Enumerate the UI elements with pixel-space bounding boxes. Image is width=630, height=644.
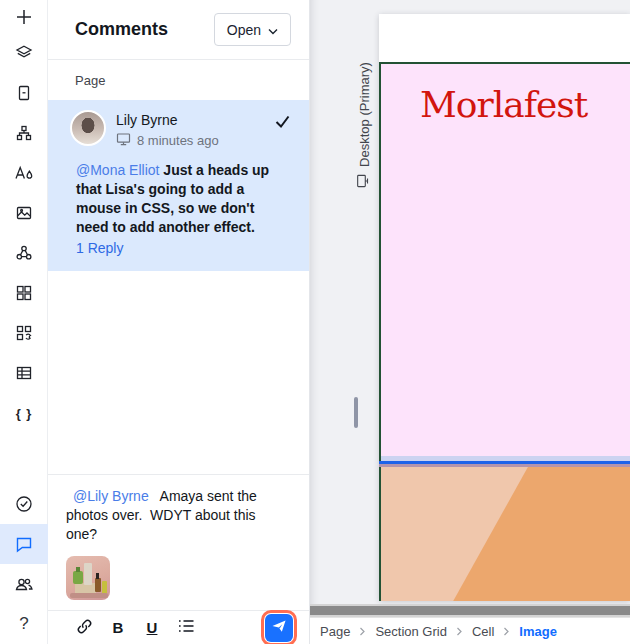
resolved-check-icon[interactable]: [274, 110, 291, 133]
molecule-icon: [14, 243, 34, 263]
link-icon: [75, 617, 94, 639]
thumb-tall-bottle: [84, 563, 92, 585]
sidebar-item-sitemap[interactable]: [0, 113, 48, 153]
reply-count-link[interactable]: 1 Reply: [76, 240, 123, 256]
attach-link-button[interactable]: [74, 618, 94, 638]
breadcrumb: Page Section Grid Cell Image: [310, 617, 630, 644]
comment-draft-area[interactable]: @Lily Byrne Amaya sent the photos over. …: [48, 474, 309, 610]
sidebar-item-media[interactable]: [0, 193, 48, 233]
underline-button[interactable]: U: [142, 618, 162, 638]
vertical-scroll-handle[interactable]: [354, 397, 358, 428]
breadcrumb-item-image[interactable]: Image: [519, 624, 557, 639]
thumb-dropper-cap: [96, 573, 99, 579]
image-icon: [14, 203, 34, 223]
page-icon: [14, 83, 34, 103]
sitemap-icon: [14, 123, 34, 143]
thumb-green-bottle: [73, 571, 83, 584]
desktop-frame-icon: [356, 174, 372, 188]
question-mark-icon: ?: [19, 614, 28, 634]
table-icon: [14, 363, 34, 383]
panel-title: Comments: [75, 19, 168, 40]
sidebar-item-pages[interactable]: [0, 73, 48, 113]
sidebar-item-team[interactable]: [0, 564, 48, 604]
draft-mention-link[interactable]: @Lily Byrne: [73, 488, 149, 504]
bullet-list-icon: [177, 618, 196, 637]
breakpoint-label-text: Desktop (Primary): [357, 62, 372, 167]
comments-section-row: Page: [48, 60, 309, 100]
comment-thread-item[interactable]: Lily Byrne 8 minutes ago @Mona Elliot Ju…: [48, 100, 309, 271]
tool-sidebar: { } ?: [0, 0, 48, 644]
comments-panel: Comments Open Page Lily Byrne 8 minutes …: [48, 0, 310, 644]
filter-dropdown[interactable]: Open: [214, 13, 291, 46]
comments-scope-label: Page: [75, 73, 105, 88]
design-page[interactable]: Morlafest: [379, 14, 630, 601]
check-circle-icon: [14, 494, 34, 514]
people-icon: [13, 574, 35, 594]
breadcrumb-item-page[interactable]: Page: [320, 624, 350, 639]
breadcrumb-item-cell[interactable]: Cell: [472, 624, 494, 639]
sidebar-item-app-blocks[interactable]: [0, 313, 48, 353]
typography-icon: [13, 163, 35, 183]
page-header-band[interactable]: [379, 14, 630, 62]
sidebar-item-typography[interactable]: [0, 153, 48, 193]
sidebar-item-content-tables[interactable]: [0, 353, 48, 393]
thumb-green-cap: [76, 567, 80, 572]
comment-editor-toolbar: B U: [48, 610, 309, 644]
blocks-icon: [14, 323, 34, 343]
breadcrumb-item-section-grid[interactable]: Section Grid: [375, 624, 447, 639]
hero-heading[interactable]: Morlafest: [420, 84, 630, 125]
grid-icon: [14, 283, 34, 303]
chevron-down-icon: [268, 22, 278, 38]
chevron-right-icon: [456, 627, 463, 636]
comments-empty-area: [48, 271, 309, 474]
thumb-dropper-bottle: [95, 578, 101, 592]
selected-image-section[interactable]: [379, 467, 630, 601]
comment-body: @Mona Elliot Just a heads up that Lisa's…: [76, 161, 287, 237]
image-diagonal-shape: [381, 467, 630, 601]
comments-panel-header: Comments Open: [48, 0, 309, 60]
sidebar-item-code[interactable]: { }: [0, 393, 48, 433]
chevron-right-icon: [503, 627, 510, 636]
comment-author: Lily Byrne: [116, 110, 219, 128]
plus-icon: [14, 7, 34, 27]
send-icon: [271, 619, 287, 636]
sidebar-spacer: [0, 433, 47, 484]
code-braces-icon: { }: [16, 406, 33, 421]
attached-image-thumbnail[interactable]: [66, 556, 110, 600]
sidebar-item-layers[interactable]: [0, 33, 48, 73]
horizontal-scrollbar-thumb[interactable]: [310, 606, 630, 615]
mention-link[interactable]: @Mona Elliot: [76, 162, 159, 178]
avatar: [70, 110, 106, 146]
editor-canvas[interactable]: Desktop (Primary) Morlafest Page Section…: [310, 0, 630, 644]
sidebar-item-help[interactable]: ?: [0, 604, 48, 644]
send-comment-button[interactable]: [265, 614, 293, 642]
sidebar-item-my-designs[interactable]: [0, 273, 48, 313]
add-element-button[interactable]: [0, 0, 48, 33]
horizontal-scrollbar[interactable]: [310, 604, 630, 617]
chevron-right-icon: [359, 627, 366, 636]
sidebar-item-checklist[interactable]: [0, 484, 48, 524]
comment-bubble-icon: [14, 534, 34, 554]
layers-icon: [14, 43, 34, 63]
desktop-icon: [116, 132, 131, 149]
hero-section[interactable]: Morlafest: [379, 62, 630, 456]
bold-button[interactable]: B: [108, 618, 128, 638]
thumb-base-shadow: [70, 593, 108, 598]
filter-dropdown-label: Open: [227, 22, 261, 38]
draft-text: @Lily Byrne Amaya sent the photos over. …: [66, 487, 289, 544]
comment-timestamp: 8 minutes ago: [137, 133, 219, 148]
bullet-list-button[interactable]: [176, 618, 196, 638]
sidebar-item-community[interactable]: [0, 233, 48, 273]
sidebar-item-comments[interactable]: [0, 524, 48, 564]
breakpoint-label[interactable]: Desktop (Primary): [354, 50, 374, 200]
